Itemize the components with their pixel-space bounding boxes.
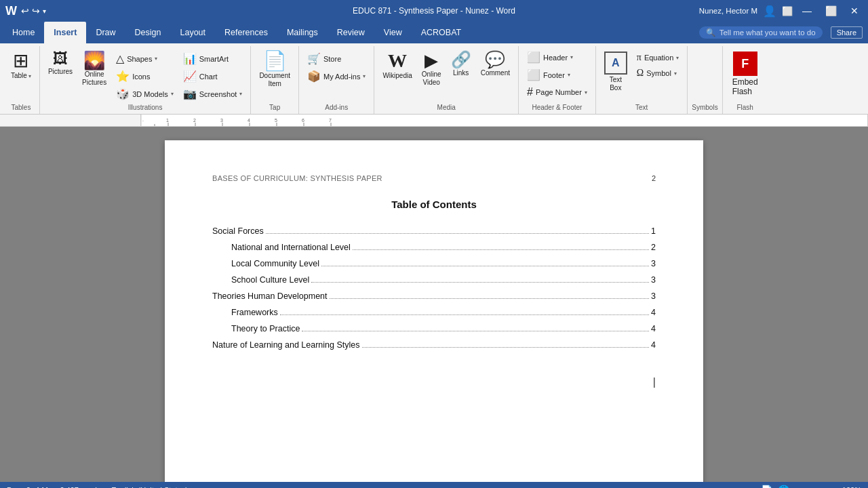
3d-models-arrow: ▾ xyxy=(171,91,174,97)
search-label[interactable]: Tell me what you want to do xyxy=(719,28,816,37)
redo-button[interactable]: ↪ xyxy=(32,5,40,16)
ribbon-display-options[interactable]: ⬜ xyxy=(782,6,793,16)
wikipedia-button[interactable]: W Wikipedia xyxy=(378,49,416,83)
footer-button[interactable]: ⬜ Footer ▾ xyxy=(523,66,591,83)
addins-buttons: 🛒 Store 📦 My Add-ins ▾ xyxy=(303,46,370,102)
document-page[interactable]: BASES OF CURRICULUM: SYNTHESIS PAPER 2 T… xyxy=(165,140,703,482)
toc-label: Social Forces xyxy=(212,226,264,236)
icons-button[interactable]: ⭐ Icons xyxy=(112,68,178,85)
links-icon: 🔗 xyxy=(451,52,471,68)
table-icon: ⊞ xyxy=(13,52,28,70)
addins-group-label: Add-ins xyxy=(303,102,370,114)
document-title: EDUC 871 - Synthesis Paper - Nunez - Wor… xyxy=(353,6,515,16)
doc-header-title: BASES OF CURRICULUM: SYNTHESIS PAPER xyxy=(212,174,382,182)
tab-acrobat[interactable]: ACROBAT xyxy=(412,22,471,43)
svg-text:6: 6 xyxy=(302,118,304,123)
footer-arrow: ▾ xyxy=(568,72,570,78)
minimize-button[interactable]: — xyxy=(798,4,816,18)
symbol-icon: Ω xyxy=(637,68,644,79)
footer-label: Footer xyxy=(543,71,565,79)
symbol-label: Symbol xyxy=(646,69,671,77)
tab-references[interactable]: References xyxy=(215,22,277,43)
tap-buttons: 📄 DocumentItem xyxy=(255,46,294,102)
header-button[interactable]: ⬜ Header ▾ xyxy=(523,49,591,66)
tab-view[interactable]: View xyxy=(374,22,412,43)
illustrations-group-label: Illustrations xyxy=(44,102,246,114)
undo-button[interactable]: ↩ xyxy=(21,5,29,16)
ruler-marks: · 1 2 3 4 5 6 7 xyxy=(141,115,867,127)
store-icon: 🛒 xyxy=(307,52,321,65)
store-label: Store xyxy=(323,55,341,63)
smartart-button[interactable]: 📊 SmartArt xyxy=(179,50,247,67)
tab-mailings[interactable]: Mailings xyxy=(277,22,328,43)
toc-entry-national: National and International Level 2 xyxy=(212,243,656,252)
my-addins-button[interactable]: 📦 My Add-ins ▾ xyxy=(303,68,370,85)
title-bar: W ↩ ↪ ▾ EDUC 871 - Synthesis Paper - Nun… xyxy=(0,0,868,22)
tab-home[interactable]: Home xyxy=(3,22,44,43)
page-number-label: Page Number xyxy=(536,88,582,96)
toc-page: 4 xyxy=(651,308,656,317)
screenshot-arrow: ▾ xyxy=(239,91,242,97)
table-button[interactable]: ⊞ Table ▾ xyxy=(7,49,35,83)
toc-entry-nature: Nature of Learning and Learning Styles 4 xyxy=(212,340,656,350)
tab-review[interactable]: Review xyxy=(328,22,374,43)
document-area: BASES OF CURRICULUM: SYNTHESIS PAPER 2 T… xyxy=(0,127,868,482)
textbox-button[interactable]: A TextBox xyxy=(600,49,631,95)
maximize-button[interactable]: ⬜ xyxy=(821,4,841,18)
layout-print-icon[interactable]: 📄 xyxy=(761,485,772,488)
equation-button[interactable]: π Equation ▾ xyxy=(633,50,684,65)
footer-icon: ⬜ xyxy=(527,68,540,81)
screenshot-button[interactable]: 📷 Screenshot ▾ xyxy=(179,85,247,102)
toc-label: Local Community Level xyxy=(231,259,319,268)
embed-flash-button[interactable]: F EmbedFlash xyxy=(727,49,764,99)
online-pictures-label: OnlinePictures xyxy=(82,70,106,87)
toc-dots xyxy=(280,314,649,315)
textbox-icon: A xyxy=(604,52,627,75)
status-right: 📄 🌐 ──────── 100% xyxy=(761,485,862,488)
tab-layout[interactable]: Layout xyxy=(170,22,215,43)
comment-button[interactable]: 💬 Comment xyxy=(477,49,514,80)
shapes-icon: △ xyxy=(116,52,124,65)
status-bar: Page 2 of 11 2,497 words English (United… xyxy=(0,482,868,488)
customize-qat[interactable]: ▾ xyxy=(43,7,46,15)
document-item-button[interactable]: 📄 DocumentItem xyxy=(255,49,294,91)
store-button[interactable]: 🛒 Store xyxy=(303,50,370,67)
links-button[interactable]: 🔗 Links xyxy=(447,49,475,80)
3d-models-button[interactable]: 🎲 3D Models ▾ xyxy=(112,85,178,102)
header-arrow: ▾ xyxy=(570,54,573,60)
illustrations-col2: 📊 SmartArt 📈 Chart 📷 Screenshot ▾ xyxy=(179,49,247,102)
pictures-icon: 🖼 xyxy=(53,52,68,66)
online-pictures-button[interactable]: 🌄 OnlinePictures xyxy=(78,49,111,89)
page-number-button[interactable]: # Page Number ▾ xyxy=(523,84,591,100)
screenshot-label: Screenshot xyxy=(199,90,237,98)
online-video-button[interactable]: ▶ OnlineVideo xyxy=(418,49,446,89)
tab-insert[interactable]: Insert xyxy=(44,22,86,43)
share-button[interactable]: Share xyxy=(831,26,863,39)
layout-web-icon[interactable]: 🌐 xyxy=(778,485,789,488)
symbol-button[interactable]: Ω Symbol ▾ xyxy=(633,66,684,81)
header-label: Header xyxy=(543,54,568,62)
text-group-label: Text xyxy=(600,102,684,114)
profile-icon[interactable]: 👤 xyxy=(763,5,776,18)
toc-entry-theories: Theories Human Development 3 xyxy=(212,291,656,301)
close-button[interactable]: ✕ xyxy=(846,4,863,18)
hf-group-label: Header & Footer xyxy=(523,102,591,114)
pictures-button[interactable]: 🖼 Pictures xyxy=(44,49,77,79)
text-cursor: | xyxy=(653,376,656,388)
hf-buttons: ⬜ Header ▾ ⬜ Footer ▾ # Page Number ▾ xyxy=(523,46,591,102)
screenshot-icon: 📷 xyxy=(183,87,197,100)
undo-redo-group: ↩ ↪ ▾ xyxy=(21,5,46,16)
ruler: · 1 2 3 4 5 6 7 xyxy=(0,115,868,127)
tab-design[interactable]: Design xyxy=(125,22,171,43)
wikipedia-icon: W xyxy=(388,52,407,70)
symbols-group-label: Symbols xyxy=(692,102,717,114)
online-video-icon: ▶ xyxy=(425,52,438,69)
toc-entry-social-forces: Social Forces 1 xyxy=(212,226,656,236)
shapes-button[interactable]: △ Shapes ▾ xyxy=(112,50,178,67)
flash-buttons: F EmbedFlash xyxy=(727,46,764,102)
ribbon-search[interactable]: 🔍 Tell me what you want to do xyxy=(699,26,823,39)
chart-button[interactable]: 📈 Chart xyxy=(179,68,247,85)
links-label: Links xyxy=(453,69,469,77)
tab-draw[interactable]: Draw xyxy=(86,22,125,43)
ribbon-group-tap: 📄 DocumentItem Tap xyxy=(251,46,299,114)
